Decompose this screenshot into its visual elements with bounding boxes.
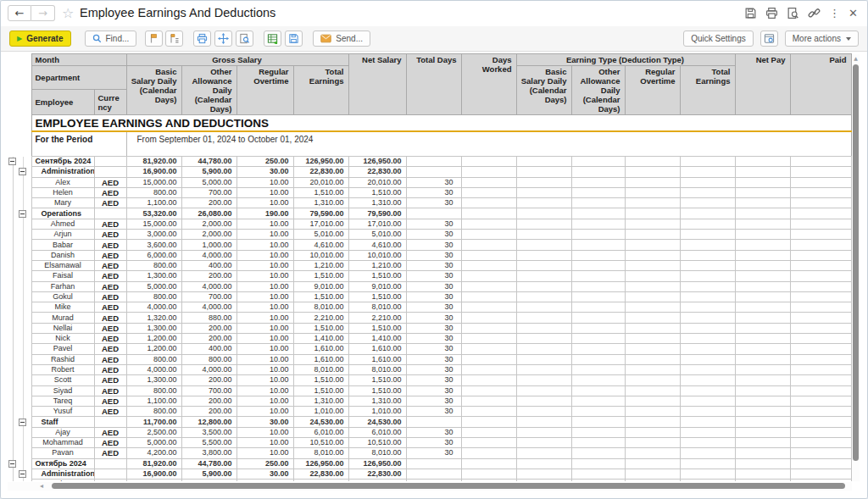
value-cell: 1,210.00 [293, 260, 348, 270]
save-report-button[interactable] [285, 30, 303, 47]
currency-cell: AED [94, 198, 126, 208]
scroll-left-icon[interactable]: ◂ [40, 482, 43, 490]
value-cell: 30 [406, 302, 461, 313]
horizontal-scroll-thumb[interactable] [52, 483, 845, 489]
forward-button[interactable]: → [31, 5, 55, 21]
collapse-icon[interactable] [19, 210, 26, 218]
value-cell [571, 438, 625, 448]
currency-cell: AED [94, 334, 126, 344]
value-cell [735, 458, 790, 469]
value-cell [735, 260, 790, 270]
value-cell [625, 375, 680, 385]
value-cell [790, 187, 851, 197]
value-cell [516, 313, 571, 323]
kebab-menu-icon[interactable]: ⋮ [829, 7, 840, 19]
favorite-star-icon[interactable]: ☆ [62, 5, 74, 21]
first-flag-button[interactable] [145, 30, 163, 47]
value-cell: 22,830.00 [293, 167, 348, 177]
print-preview-button[interactable] [236, 30, 253, 47]
value-cell [461, 302, 516, 313]
vertical-scroll-thumb[interactable] [853, 64, 859, 461]
sort-flag-button[interactable] [165, 30, 183, 47]
currency-cell [94, 417, 126, 427]
value-cell [516, 417, 571, 427]
value-cell [680, 302, 735, 313]
currency-cell: AED [94, 313, 126, 323]
value-cell [625, 427, 680, 437]
value-cell: 10.00 [236, 187, 293, 197]
scroll-up-icon[interactable]: ▲ [852, 55, 860, 61]
value-cell [625, 187, 680, 197]
group-label: Operations [31, 208, 94, 219]
find-button[interactable]: Find... [85, 30, 137, 47]
value-cell: 1,310.00 [293, 198, 348, 208]
value-cell: 5,000.00 [126, 281, 181, 291]
horizontal-scrollbar[interactable]: ◂ [8, 482, 852, 491]
col-header-net-pay: Net Pay [735, 54, 790, 115]
value-cell [461, 187, 516, 197]
value-cell: 1,310.00 [348, 396, 406, 406]
value-cell [516, 407, 571, 417]
value-cell [516, 438, 571, 448]
value-cell: 20,010.00 [348, 177, 406, 187]
value-cell [516, 281, 571, 291]
value-cell: 700.00 [181, 385, 236, 396]
generate-button[interactable]: ▶ Generate [9, 30, 71, 47]
value-cell: 800.00 [126, 407, 181, 417]
export-excel-button[interactable] [264, 30, 281, 47]
send-button[interactable]: Send... [313, 30, 370, 47]
value-cell [461, 291, 516, 302]
value-cell [461, 260, 516, 270]
quick-settings-button[interactable]: Quick Settings [683, 30, 753, 47]
value-cell [625, 157, 680, 167]
value-cell [516, 385, 571, 396]
col-header-currency: Currency [94, 90, 126, 115]
collapse-icon[interactable] [8, 460, 16, 468]
table-row: GokulAED800.00700.0010.001,510.001,510.0… [8, 291, 851, 302]
value-cell: 17,010.00 [293, 219, 348, 229]
value-cell [735, 396, 790, 406]
more-actions-button[interactable]: More actions [785, 30, 859, 47]
value-cell: 1,310.00 [293, 396, 348, 406]
back-button[interactable]: ← [8, 5, 31, 21]
employee-name: Nellai [31, 323, 94, 333]
value-cell: 10.00 [236, 313, 293, 323]
vertical-scrollbar[interactable]: ▲ [852, 54, 860, 481]
value-cell: 10.00 [236, 427, 293, 437]
employee-name: Alex [31, 177, 94, 187]
close-icon[interactable]: ✕ [849, 7, 858, 19]
value-cell [516, 271, 571, 281]
value-cell [571, 427, 625, 437]
value-cell [680, 291, 735, 302]
value-cell [790, 260, 851, 270]
value-cell [461, 177, 516, 187]
value-cell [571, 407, 625, 417]
value-cell [680, 167, 735, 177]
fit-page-button[interactable] [214, 30, 232, 47]
print-button[interactable] [193, 30, 211, 47]
value-cell [516, 187, 571, 197]
value-cell [571, 291, 625, 302]
value-cell [406, 167, 461, 177]
generate-label: Generate [26, 34, 63, 43]
value-cell: 5,900.00 [181, 167, 236, 177]
find-in-page-button[interactable] [787, 7, 799, 19]
tree-gutter-cell [8, 427, 31, 437]
collapse-icon[interactable] [19, 168, 26, 175]
collapse-icon[interactable] [8, 158, 16, 165]
table-header: Month Gross Salary Net Salary Total Days… [8, 54, 851, 115]
tree-gutter-cell [8, 177, 31, 187]
value-cell: 800.00 [126, 385, 181, 396]
table-row: Staff11,700.0012,800.0030.0024,530.0024,… [8, 417, 851, 427]
collapse-icon[interactable] [19, 470, 26, 478]
value-cell: 30 [406, 198, 461, 208]
form-settings-button[interactable] [760, 30, 778, 47]
save-layout-button[interactable] [744, 7, 757, 19]
employee-name: Babar [31, 240, 94, 250]
collapse-icon[interactable] [19, 419, 26, 426]
col-header-basic-salary: Basic Salary Daily (Calendar Days) [126, 66, 181, 115]
value-cell [516, 448, 571, 458]
print-window-button[interactable] [765, 7, 778, 19]
value-cell [461, 323, 516, 333]
copy-link-button[interactable] [808, 7, 821, 19]
